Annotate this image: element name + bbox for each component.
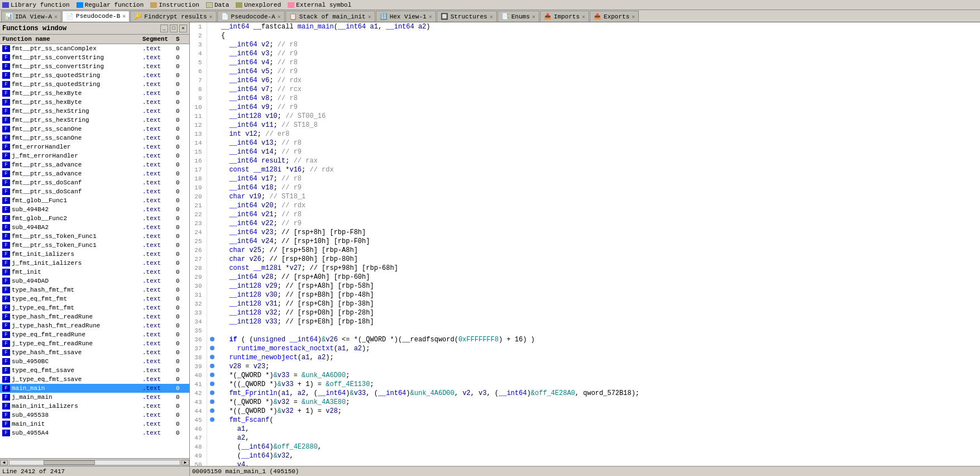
breakpoint-col[interactable]: [207, 219, 218, 228]
breakpoint-col[interactable]: [207, 371, 218, 380]
scroll-thumb-h[interactable]: [44, 460, 95, 465]
breakpoint-col[interactable]: [207, 273, 218, 282]
func-row[interactable]: Fj_type_eq_fmt_ssave.text0: [0, 375, 189, 384]
func-row[interactable]: Ftype_eq_fmt_fmt.text0: [0, 294, 189, 303]
breakpoint-col[interactable]: [207, 31, 218, 40]
panel-restore-btn[interactable]: □: [170, 25, 178, 32]
breakpoint-col[interactable]: [207, 210, 218, 219]
breakpoint-col[interactable]: [207, 40, 218, 49]
scroll-track-h[interactable]: [9, 460, 180, 465]
breakpoint-col[interactable]: [207, 112, 218, 121]
breakpoint-col[interactable]: [207, 282, 218, 291]
tab-imports[interactable]: 📥 Imports ✕: [540, 11, 589, 22]
breakpoint-col[interactable]: [207, 130, 218, 139]
breakpoint-col[interactable]: [207, 94, 218, 103]
breakpoint-col[interactable]: [207, 308, 218, 317]
func-row[interactable]: Ffmt__ptr_ss_hexByte.text0: [0, 89, 189, 98]
breakpoint-col[interactable]: [207, 416, 218, 425]
func-row[interactable]: Ffmt__ptr_ss_scanOne.text0: [0, 125, 189, 134]
breakpoint-col[interactable]: [207, 121, 218, 130]
func-row[interactable]: Fmain_init_ializers.text0: [0, 402, 189, 411]
tab-structures[interactable]: 🔲 Structures ✕: [437, 11, 497, 22]
func-row[interactable]: Ffmt__ptr_ss_convertString.text0: [0, 53, 189, 62]
func-row[interactable]: Ffmt__ptr_ss_quotedString.text0: [0, 71, 189, 80]
func-row[interactable]: Fmain_main.text0: [0, 384, 189, 393]
breakpoint-col[interactable]: [207, 317, 218, 326]
breakpoint-col[interactable]: [207, 451, 218, 460]
breakpoint-col[interactable]: [207, 264, 218, 273]
func-row[interactable]: Fsub_4955A4.text0: [0, 429, 189, 437]
tab-ida-view[interactable]: 📊 IDA View-A ✕: [1, 11, 61, 22]
func-row[interactable]: Ftype_eq_fmt_ssave.text0: [0, 366, 189, 375]
func-row[interactable]: Ffmt__ptr_ss_advance.text0: [0, 160, 189, 169]
func-row[interactable]: Ffmt__ptr_ss_Token_Func1.text0: [0, 232, 189, 241]
tab-ida-close[interactable]: ✕: [54, 13, 58, 20]
func-row[interactable]: Ffmt__ptr_ss_doScanf.text0: [0, 187, 189, 196]
func-row[interactable]: Ffmt__ptr_ss_advance.text0: [0, 169, 189, 178]
func-row[interactable]: Ffmt__ptr_ss_convertString.text0: [0, 62, 189, 71]
func-row[interactable]: Fj_type_hash_fmt_readRune.text0: [0, 321, 189, 330]
breakpoint-col[interactable]: [207, 335, 218, 344]
breakpoint-col[interactable]: [207, 398, 218, 407]
func-row[interactable]: Fj_main_main.text0: [0, 393, 189, 402]
func-row[interactable]: Ffmt__ptr_ss_hexByte.text0: [0, 98, 189, 107]
tab-stack[interactable]: 📋 Stack of main_init ✕: [285, 11, 375, 22]
breakpoint-col[interactable]: [207, 326, 218, 335]
breakpoint-col[interactable]: [207, 353, 218, 362]
func-row[interactable]: Fsub_494DAD.text0: [0, 277, 189, 285]
breakpoint-col[interactable]: [207, 425, 218, 434]
breakpoint-col[interactable]: [207, 201, 218, 210]
breakpoint-col[interactable]: [207, 246, 218, 255]
tab-stack-close[interactable]: ✕: [368, 13, 371, 20]
func-row[interactable]: Fj_fmt_errorHandler.text0: [0, 151, 189, 160]
tab-exports-close[interactable]: ✕: [632, 13, 635, 20]
breakpoint-col[interactable]: [207, 192, 218, 201]
func-row[interactable]: Fj_type_eq_fmt_fmt.text0: [0, 303, 189, 312]
breakpoint-col[interactable]: [207, 49, 218, 58]
breakpoint-col[interactable]: [207, 380, 218, 389]
breakpoint-col[interactable]: [207, 237, 218, 246]
functions-list[interactable]: Ffmt__ptr_ss_scanComplex.text0Ffmt__ptr_…: [0, 44, 189, 458]
tab-pseudo-b-close[interactable]: ✕: [122, 13, 126, 20]
tab-struct-close[interactable]: ✕: [490, 13, 493, 20]
func-row[interactable]: Ffmt__ptr_ss_hexString.text0: [0, 116, 189, 125]
code-content[interactable]: 1__int64 __fastcall main_main(__int64 a1…: [190, 22, 980, 466]
breakpoint-col[interactable]: [207, 165, 218, 174]
breakpoint-col[interactable]: [207, 85, 218, 94]
breakpoint-col[interactable]: [207, 103, 218, 112]
breakpoint-col[interactable]: [207, 299, 218, 308]
func-row[interactable]: Ftype_hash_fmt_fmt.text0: [0, 285, 189, 294]
func-row[interactable]: Ffmt__ptr_ss_scanComplex.text0: [0, 44, 189, 53]
func-row[interactable]: Ffmt__ptr_ss_scanOne.text0: [0, 134, 189, 142]
breakpoint-col[interactable]: [207, 255, 218, 264]
panel-minimize-btn[interactable]: _: [160, 25, 168, 32]
breakpoint-col[interactable]: [207, 156, 218, 165]
func-row[interactable]: Ffmt_init.text0: [0, 268, 189, 277]
breakpoint-col[interactable]: [207, 174, 218, 183]
tab-pseudo-a-close[interactable]: ✕: [278, 13, 281, 20]
func-row[interactable]: Ffmt__ptr_ss_doScanf.text0: [0, 178, 189, 187]
breakpoint-col[interactable]: [207, 147, 218, 156]
breakpoint-col[interactable]: [207, 407, 218, 416]
func-row[interactable]: Fj_type_eq_fmt_readRune.text0: [0, 339, 189, 348]
breakpoint-col[interactable]: [207, 434, 218, 442]
tab-findcrypt[interactable]: 🔑 Findcrypt results ✕: [130, 11, 216, 22]
func-row[interactable]: Ffmt__ptr_ss_Token_Func1.text0: [0, 241, 189, 250]
func-row[interactable]: Fsub_494B42.text0: [0, 205, 189, 214]
breakpoint-col[interactable]: [207, 67, 218, 76]
breakpoint-col[interactable]: [207, 228, 218, 237]
func-row[interactable]: Fsub_4950BC.text0: [0, 357, 189, 366]
breakpoint-col[interactable]: [207, 76, 218, 85]
func-row[interactable]: Fj_fmt_init_ializers.text0: [0, 259, 189, 268]
tab-imports-close[interactable]: ✕: [582, 13, 585, 20]
tab-enums[interactable]: 📑 Enums ✕: [498, 11, 539, 22]
scroll-right-btn[interactable]: ▶: [181, 460, 189, 465]
breakpoint-col[interactable]: [207, 22, 218, 31]
func-row[interactable]: Ffmt_errorHandler.text0: [0, 142, 189, 151]
tab-pseudocode-b[interactable]: 📄 Pseudocode-B ✕: [62, 11, 130, 22]
breakpoint-col[interactable]: [207, 362, 218, 371]
func-row[interactable]: Ffmt__ptr_ss_hexString.text0: [0, 107, 189, 116]
breakpoint-col[interactable]: [207, 58, 218, 67]
func-row[interactable]: Ftype_hash_fmt_ssave.text0: [0, 348, 189, 357]
breakpoint-col[interactable]: [207, 139, 218, 147]
